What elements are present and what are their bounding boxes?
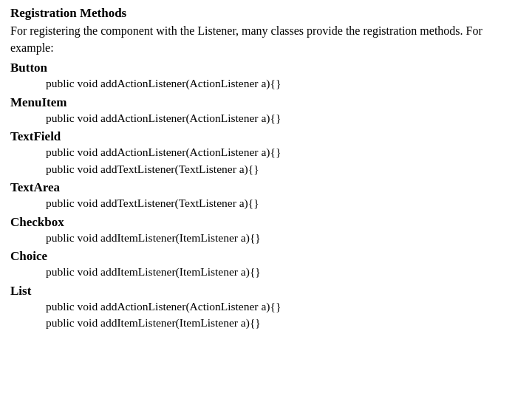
section-list: Listpublic void addActionListener(Action… — [10, 284, 522, 332]
section-title: MenuItem — [10, 95, 522, 110]
method-line: public void addActionListener(ActionList… — [46, 75, 522, 92]
section-menuitem: MenuItempublic void addActionListener(Ac… — [10, 95, 522, 126]
method-line: public void addItemListener(ItemListener… — [46, 264, 522, 280]
section-title: Checkbox — [10, 215, 522, 230]
section-checkbox: Checkboxpublic void addItemListener(Item… — [10, 215, 522, 246]
section-title: Button — [10, 61, 522, 75]
method-line: public void addItemListener(ItemListener… — [46, 315, 522, 331]
section-choice: Choicepublic void addItemListener(ItemLi… — [10, 249, 522, 280]
section-title: TextField — [10, 129, 522, 144]
method-line: public void addTextListener(TextListener… — [46, 161, 522, 177]
sections-container: Buttonpublic void addActionListener(Acti… — [10, 61, 522, 331]
method-line: public void addActionListener(ActionList… — [46, 144, 522, 160]
section-title: Choice — [10, 249, 522, 264]
section-button: Buttonpublic void addActionListener(Acti… — [10, 61, 522, 92]
method-line: public void addActionListener(ActionList… — [46, 299, 522, 315]
method-line: public void addActionListener(ActionList… — [46, 110, 522, 126]
method-line: public void addTextListener(TextListener… — [46, 195, 522, 211]
method-line: public void addItemListener(ItemListener… — [46, 230, 522, 246]
page-container: Registration Methods For registering the… — [10, 6, 522, 332]
section-textarea: TextAreapublic void addTextListener(Text… — [10, 180, 522, 211]
section-title: TextArea — [10, 180, 522, 195]
section-title: List — [10, 284, 522, 299]
intro-text: For registering the component with the L… — [10, 22, 522, 56]
page-title: Registration Methods — [10, 6, 522, 21]
section-textfield: TextFieldpublic void addActionListener(A… — [10, 129, 522, 177]
